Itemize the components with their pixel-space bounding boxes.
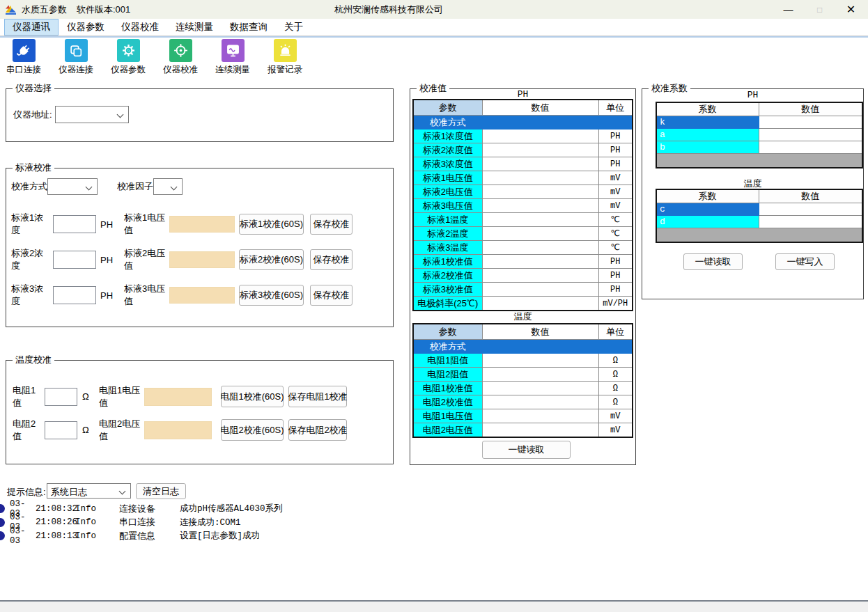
sol3-save-button[interactable]: 保存校准 [310, 285, 352, 306]
cal-method-select[interactable] [47, 178, 98, 195]
param-cell[interactable]: 标液3浓度值 [413, 157, 482, 171]
res2-value-input[interactable] [45, 421, 77, 439]
instrument-address-select[interactable] [55, 106, 129, 123]
read-values-button[interactable]: 一键读取 [482, 441, 571, 459]
menu-item-5[interactable]: 数据查询 [222, 19, 276, 36]
table-row[interactable]: 标液2浓度值PH [413, 143, 633, 157]
value-cell[interactable] [482, 269, 598, 283]
unit-cell[interactable]: Ω [598, 382, 633, 395]
res1-save-button[interactable]: 保存电阻1校准 [288, 386, 347, 407]
table-row[interactable]: 标液3温度℃ [413, 241, 633, 255]
unit-cell[interactable]: ℃ [598, 241, 633, 255]
table-row[interactable]: 标液3校准值PH [413, 283, 633, 297]
write-coeffs-button[interactable]: 一键写入 [775, 253, 835, 270]
table-row[interactable]: k [656, 116, 862, 129]
value-cell[interactable] [482, 171, 598, 185]
param-cell[interactable]: 标液2温度 [413, 227, 482, 241]
table-row[interactable]: 校准方式 [413, 340, 633, 354]
coef-cell[interactable]: d [656, 216, 759, 228]
value-cell[interactable] [482, 116, 598, 130]
param-cell[interactable]: 标液1温度 [413, 213, 482, 227]
unit-cell[interactable] [598, 340, 633, 354]
value-cell[interactable] [482, 354, 598, 368]
unit-cell[interactable]: mV/PH [598, 297, 633, 311]
param-cell[interactable]: 标液3温度 [413, 241, 482, 255]
param-cell[interactable]: 标液2校准值 [413, 269, 482, 283]
table-row[interactable]: 电阻1校准值Ω [413, 382, 633, 395]
value-cell[interactable] [759, 116, 862, 129]
unit-cell[interactable]: mV [598, 199, 633, 213]
unit-cell[interactable]: mV [598, 409, 633, 423]
value-cell[interactable] [482, 143, 598, 157]
menu-item-3[interactable]: 仪器校准 [113, 19, 167, 36]
res2-calibrate-button[interactable]: 电阻2校准(60S) [221, 419, 284, 441]
param-cell[interactable]: 电阻1阻值 [413, 354, 482, 368]
table-row[interactable]: 电阻2校准值Ω [413, 395, 633, 409]
sol1-conc-input[interactable] [53, 215, 96, 233]
param-cell[interactable]: 电阻1校准值 [413, 382, 482, 395]
table-row[interactable]: d [656, 216, 862, 228]
res1-calibrate-button[interactable]: 电阻1校准(60S) [221, 386, 284, 407]
param-cell[interactable]: 标液1电压值 [413, 171, 482, 185]
tool-link[interactable]: 仪器连接 [54, 39, 98, 76]
table-row[interactable]: 电阻2电压值mV [413, 423, 633, 438]
menu-item-6[interactable]: 关于 [276, 19, 311, 36]
unit-cell[interactable]: PH [598, 255, 633, 269]
tool-gear-wrench[interactable]: 仪器参数 [106, 39, 150, 76]
table-row[interactable]: 标液1电压值mV [413, 171, 633, 185]
tool-target[interactable]: 仪器校准 [158, 39, 203, 76]
coef-cell[interactable]: c [656, 203, 759, 216]
value-cell[interactable] [482, 241, 598, 255]
coef-cell[interactable]: a [656, 129, 759, 141]
cal-factor-select[interactable] [153, 178, 183, 195]
value-cell[interactable] [482, 283, 598, 297]
close-button[interactable]: ✕ [835, 0, 867, 19]
value-cell[interactable] [482, 130, 598, 143]
value-cell[interactable] [482, 340, 598, 354]
table-row[interactable]: 电阻2阻值Ω [413, 368, 633, 382]
value-cell[interactable] [759, 129, 862, 141]
unit-cell[interactable]: ℃ [598, 227, 633, 241]
value-cell[interactable] [482, 255, 598, 269]
table-row[interactable]: 校准方式 [413, 116, 633, 130]
table-row[interactable]: 标液1校准值PH [413, 255, 633, 269]
unit-cell[interactable]: PH [598, 157, 633, 171]
tool-monitor-wave[interactable]: 连续测量 [210, 39, 255, 76]
table-row[interactable]: 标液1浓度值PH [413, 130, 633, 143]
param-cell[interactable]: 标液3校准值 [413, 283, 482, 297]
table-row[interactable]: 电阻1电压值mV [413, 409, 633, 423]
value-cell[interactable] [482, 395, 598, 409]
unit-cell[interactable]: PH [598, 143, 633, 157]
value-cell[interactable] [482, 409, 598, 423]
menu-item-1[interactable]: 仪器通讯 [4, 19, 59, 36]
param-cell[interactable]: 校准方式 [413, 116, 482, 130]
unit-cell[interactable]: PH [598, 130, 633, 143]
unit-cell[interactable]: PH [598, 283, 633, 297]
menu-item-2[interactable]: 仪器参数 [59, 19, 113, 36]
log-filter-select[interactable]: 系统日志 [47, 483, 131, 499]
unit-cell[interactable]: ℃ [598, 213, 633, 227]
value-cell[interactable] [482, 297, 598, 311]
param-cell[interactable]: 标液2电压值 [413, 185, 482, 199]
table-row[interactable]: 电极斜率(25℃)mV/PH [413, 297, 633, 311]
table-row[interactable]: 标液1温度℃ [413, 213, 633, 227]
value-cell[interactable] [759, 203, 862, 216]
res2-save-button[interactable]: 保存电阻2校准 [288, 419, 347, 441]
res1-value-input[interactable] [45, 388, 77, 406]
value-cell[interactable] [759, 216, 862, 228]
unit-cell[interactable]: mV [598, 185, 633, 199]
sol2-calibrate-button[interactable]: 标液2校准(60S) [239, 249, 304, 270]
menu-item-4[interactable]: 连续测量 [167, 19, 222, 36]
param-cell[interactable]: 电阻2校准值 [413, 395, 482, 409]
unit-cell[interactable]: Ω [598, 368, 633, 382]
value-cell[interactable] [482, 227, 598, 241]
value-cell[interactable] [482, 368, 598, 382]
table-row[interactable]: b [656, 141, 862, 154]
read-coeffs-button[interactable]: 一键读取 [683, 253, 743, 270]
unit-cell[interactable]: Ω [598, 354, 633, 368]
table-row[interactable]: c [656, 203, 862, 216]
table-row[interactable]: 标液2校准值PH [413, 269, 633, 283]
coef-cell[interactable]: b [656, 141, 759, 154]
value-cell[interactable] [482, 185, 598, 199]
tool-plug[interactable]: 串口连接 [1, 39, 46, 76]
